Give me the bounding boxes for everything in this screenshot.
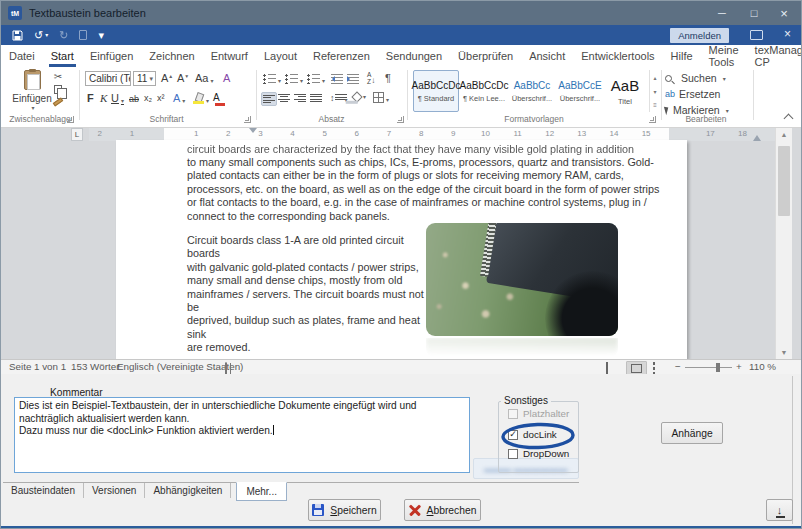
- increase-indent-button[interactable]: [347, 74, 359, 84]
- download-button[interactable]: ↓: [766, 499, 793, 521]
- bold-button[interactable]: F: [87, 93, 94, 104]
- italic-button[interactable]: K: [100, 93, 107, 104]
- tab-ueberpruefen[interactable]: Überprüfen: [450, 45, 521, 67]
- subscript-button[interactable]: x₂: [144, 94, 152, 103]
- tab-meine-tools[interactable]: Meine Tools: [701, 45, 747, 67]
- superscript-button[interactable]: x²: [157, 94, 165, 103]
- checkbox-dropdown[interactable]: ✓ DropDown: [508, 448, 569, 459]
- tab-start[interactable]: Start: [43, 45, 82, 67]
- kommentar-textarea[interactable]: Dies ist ein Beispiel-Textbaustein, der …: [14, 397, 470, 473]
- paragraph-dialog-launcher-icon[interactable]: [397, 116, 404, 123]
- document-page[interactable]: circuit boards are characterized by the …: [116, 140, 687, 359]
- shrink-font-button[interactable]: A: [177, 73, 189, 84]
- tab-einfuegen[interactable]: Einfügen: [82, 45, 141, 67]
- gallery-up-icon[interactable]: ▴: [650, 70, 660, 84]
- circuit-board-image[interactable]: [426, 223, 618, 336]
- format-painter-icon[interactable]: [53, 97, 63, 106]
- strikethrough-button[interactable]: ab: [129, 95, 139, 104]
- paste-button[interactable]: Einfügen ▾: [11, 70, 53, 114]
- decrease-indent-button[interactable]: [331, 74, 343, 84]
- checkbox-platzhalter[interactable]: ✓ Platzhalter: [508, 408, 569, 419]
- copy-icon[interactable]: [54, 85, 62, 94]
- ribbon-display-options-icon[interactable]: [750, 30, 763, 40]
- sort-button[interactable]: AZ↓: [367, 72, 375, 85]
- multilevel-list-button[interactable]: [307, 74, 325, 84]
- zoom-level[interactable]: 110 %: [749, 361, 776, 372]
- zoom-in-button[interactable]: +: [736, 361, 742, 372]
- show-marks-button[interactable]: ¶: [385, 73, 391, 84]
- zoom-slider-thumb[interactable]: [716, 363, 720, 372]
- text-effects-button[interactable]: A: [173, 93, 185, 104]
- align-right-button[interactable]: [294, 93, 306, 103]
- tab-texmanager-cp[interactable]: texManager CP: [747, 45, 802, 67]
- right-indent-marker[interactable]: [753, 131, 761, 141]
- clear-formatting-button[interactable]: A: [223, 73, 230, 84]
- word-count[interactable]: 153 Wörter: [71, 361, 119, 372]
- save-icon[interactable]: [12, 30, 23, 41]
- scroll-down-icon[interactable]: ▼: [776, 346, 792, 359]
- word-close-icon[interactable]: ×: [784, 27, 791, 41]
- collapse-ribbon-icon[interactable]: [784, 114, 794, 124]
- gallery-more-icon[interactable]: ≡: [650, 98, 660, 112]
- read-mode-icon[interactable]: [606, 363, 608, 374]
- sign-in-button[interactable]: Anmelden: [670, 28, 729, 43]
- style-ueberschrift-2[interactable]: AaBbCcE Überschrif...: [557, 70, 603, 112]
- customize-qat-caret-icon[interactable]: ▾: [98, 30, 104, 41]
- scroll-up-icon[interactable]: ▲: [776, 128, 792, 141]
- tab-abhaengigkeiten[interactable]: Abhängigkeiten: [145, 483, 231, 498]
- highlight-button[interactable]: [193, 93, 209, 104]
- style-titel[interactable]: AaB Titel: [603, 70, 647, 112]
- maximize-button[interactable]: □: [739, 1, 769, 25]
- save-button[interactable]: Speichern: [308, 499, 381, 521]
- tab-entwicklertools[interactable]: Entwicklertools: [573, 45, 662, 67]
- align-center-button[interactable]: [278, 93, 290, 103]
- undo-button[interactable]: ↺▾: [34, 30, 48, 41]
- redo-button[interactable]: ↻: [59, 30, 68, 41]
- cut-icon[interactable]: ✂: [54, 71, 62, 82]
- cancel-button[interactable]: Abbrechen: [404, 499, 481, 521]
- font-size-combobox[interactable]: 11: [133, 71, 156, 86]
- zoom-out-button[interactable]: −: [675, 361, 681, 372]
- web-layout-icon[interactable]: [653, 363, 655, 374]
- close-button[interactable]: ×: [769, 1, 799, 25]
- style-standard[interactable]: AaBbCcDc ¶ Standard: [413, 70, 459, 112]
- checkbox-doclink[interactable]: ✓ docLink: [508, 429, 557, 440]
- styles-gallery-scroll[interactable]: ▴ ▾ ≡: [649, 70, 660, 112]
- tab-versionen[interactable]: Versionen: [84, 483, 145, 498]
- zoom-slider-track[interactable]: [685, 367, 732, 368]
- align-left-button[interactable]: [261, 92, 277, 106]
- font-name-combobox[interactable]: Calibri (Textk: [85, 71, 131, 86]
- replace-button[interactable]: ab Ersetzen: [665, 88, 720, 100]
- tab-referenzen[interactable]: Referenzen: [305, 45, 378, 67]
- tab-datei[interactable]: Datei: [1, 45, 43, 67]
- tab-mehr[interactable]: Mehr...: [236, 482, 287, 501]
- tab-ansicht[interactable]: Ansicht: [521, 45, 573, 67]
- tab-zeichnen[interactable]: Zeichnen: [141, 45, 202, 67]
- find-button[interactable]: Suchen▾: [665, 72, 726, 84]
- tab-bausteindaten[interactable]: Bausteindaten: [3, 483, 84, 498]
- gallery-down-icon[interactable]: ▾: [650, 84, 660, 98]
- attachments-button[interactable]: Anhänge: [661, 422, 723, 444]
- page-count[interactable]: Seite 1 von 1: [9, 361, 66, 372]
- tab-layout[interactable]: Layout: [256, 45, 305, 67]
- style-ueberschrift-1[interactable]: AaBbCc Überschrif...: [509, 70, 555, 112]
- borders-button[interactable]: [373, 92, 389, 103]
- tab-hilfe[interactable]: Hilfe: [663, 45, 701, 67]
- vertical-scrollbar[interactable]: ▲ ▼: [775, 128, 792, 359]
- new-document-icon[interactable]: [79, 30, 87, 40]
- minimize-button[interactable]: ─: [707, 1, 737, 25]
- left-indent-marker[interactable]: [249, 128, 257, 137]
- style-kein-leerraum[interactable]: AaBbCcDc ¶ Kein Lee...: [461, 70, 507, 112]
- shading-button[interactable]: [353, 92, 366, 100]
- underline-button[interactable]: U: [111, 93, 124, 104]
- tab-entwurf[interactable]: Entwurf: [203, 45, 256, 67]
- tab-sendungen[interactable]: Sendungen: [378, 45, 450, 67]
- justify-button[interactable]: [310, 93, 322, 103]
- change-case-button[interactable]: Aa: [195, 73, 213, 84]
- numbering-button[interactable]: [285, 74, 303, 84]
- font-dialog-launcher-icon[interactable]: [244, 116, 251, 123]
- bullets-button[interactable]: [263, 74, 281, 84]
- clipboard-dialog-launcher-icon[interactable]: [67, 116, 74, 123]
- styles-dialog-launcher-icon[interactable]: [649, 116, 656, 123]
- tab-selector[interactable]: L: [71, 128, 83, 141]
